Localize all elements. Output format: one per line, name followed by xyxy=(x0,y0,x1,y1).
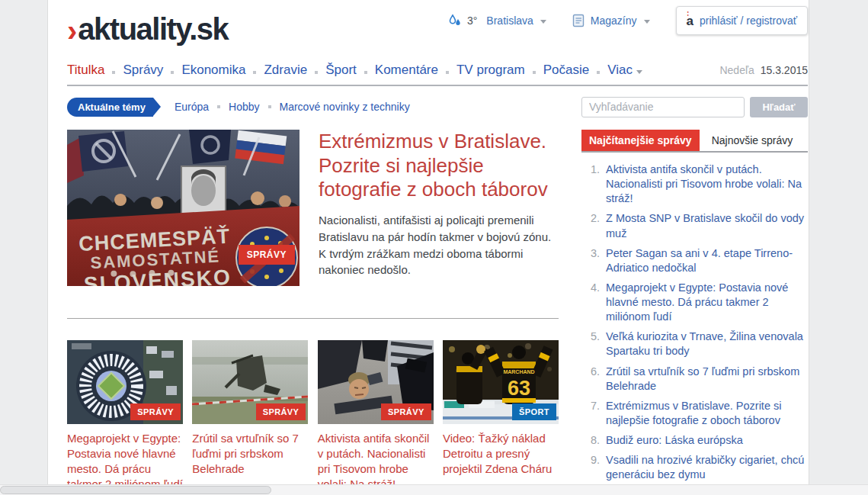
current-topics-badge[interactable]: Aktuálne témy xyxy=(67,98,153,117)
magazines-menu[interactable]: Magazíny xyxy=(572,14,650,27)
list-item: 2. Z Mosta SNP v Bratislave skočil do vo… xyxy=(581,211,808,240)
weather-temperature: 3° xyxy=(467,14,477,27)
card-title[interactable]: Video: Ťažký náklad Detroitu a presný pr… xyxy=(443,431,559,477)
jersey-number-text: 63 xyxy=(508,377,530,400)
list-item-rank: 6. xyxy=(581,365,600,394)
nav-separator xyxy=(364,71,367,74)
card-title[interactable]: Zrútil sa vrtuľník so 7 ľuďmi pri srbsko… xyxy=(192,431,308,477)
left-column: CHCEMESPÄŤ SAMOSTATNÉ SLOVENSKO xyxy=(67,130,559,495)
list-item-link[interactable]: Extrémizmus v Bratislave. Pozrite si naj… xyxy=(606,399,808,428)
nav-item-sport[interactable]: Šport xyxy=(325,63,357,78)
jersey-name-text: MARCHAND xyxy=(503,369,534,374)
page-container: ›aktuality.sk 3° Bratislava xyxy=(47,0,809,495)
card-photo-hockey[interactable]: MARCHAND 63 ŠPORT xyxy=(443,340,559,424)
article-card: SPRÁVY Aktivista antifa skončil v putách… xyxy=(318,340,434,492)
nav-item-spravy[interactable]: Správy xyxy=(123,63,163,78)
horizontal-scrollbar-thumb[interactable] xyxy=(0,486,271,494)
magazines-label: Magazíny xyxy=(591,14,637,27)
topic-link-europa[interactable]: Európa xyxy=(175,101,209,113)
document-icon xyxy=(572,14,585,27)
date-day-name: Nedeľa xyxy=(719,64,754,76)
nav-separator xyxy=(253,71,256,74)
card-title[interactable]: Megaprojekt v Egypte: Postavia nové hlav… xyxy=(67,431,183,492)
site-header: ›aktuality.sk 3° Bratislava xyxy=(67,0,808,52)
nav-item-viac[interactable]: Viac xyxy=(607,63,633,78)
search-group: Hľadať xyxy=(581,97,808,117)
list-item: 9. Vsadili na hrozivé krabičky cigariet,… xyxy=(581,453,808,482)
sidebar: Najčítanejšie správy Najnovšie správy 1.… xyxy=(581,130,808,495)
search-input[interactable] xyxy=(581,97,745,117)
list-item-link[interactable]: Aktivista antifa skončil v putách. Nacio… xyxy=(606,162,808,206)
main-content: CHCEMESPÄŤ SAMOSTATNÉ SLOVENSKO xyxy=(67,130,808,495)
featured-article-lead: Nacionalisti, antifašisti aj policajti p… xyxy=(319,212,559,278)
topic-separator xyxy=(268,105,271,108)
nav-separator xyxy=(533,71,536,74)
horizontal-scrollbar-track[interactable] xyxy=(0,484,868,495)
list-item-link[interactable]: Budiž euro: Láska európska xyxy=(606,433,743,448)
aktuality-a-icon: a xyxy=(687,14,693,27)
current-date: Nedeľa 15.3.2015 xyxy=(719,64,808,76)
chevron-down-icon xyxy=(540,20,546,24)
header-utilities: 3° Bratislava Magazíny a pri xyxy=(447,6,808,35)
category-tag[interactable]: SPRÁVY xyxy=(239,245,295,265)
list-item: 5. Veľká kuriozita v Trnave, Žilina veno… xyxy=(581,329,808,358)
featured-article: CHCEMESPÄŤ SAMOSTATNÉ SLOVENSKO xyxy=(67,130,559,286)
category-tag[interactable]: SPRÁVY xyxy=(130,403,181,420)
most-read-list: 1. Aktivista antifa skončil v putách. Na… xyxy=(581,162,808,495)
list-item-rank: 4. xyxy=(581,281,600,324)
topic-separator xyxy=(217,105,220,108)
topic-link-hobby[interactable]: Hobby xyxy=(229,101,259,113)
article-card: MARCHAND 63 ŠPORT Video: Ťažký náklad De… xyxy=(443,340,559,492)
list-item-rank: 1. xyxy=(581,162,600,206)
login-button[interactable]: a prihlásiť / registrovať xyxy=(676,6,808,35)
featured-article-photo[interactable]: CHCEMESPÄŤ SAMOSTATNÉ SLOVENSKO xyxy=(67,130,299,286)
tab-newest[interactable]: Najnovšie správy xyxy=(700,130,793,151)
list-item-rank: 9. xyxy=(581,453,600,482)
list-item-rank: 7. xyxy=(581,399,600,428)
section-divider xyxy=(67,318,559,319)
tab-most-read[interactable]: Najčítanejšie správy xyxy=(581,130,700,151)
list-item-rank: 3. xyxy=(581,246,600,275)
nav-item-komentare[interactable]: Komentáre xyxy=(375,63,438,78)
category-tag[interactable]: ŠPORT xyxy=(512,403,556,420)
nav-item-ekonomika[interactable]: Ekonomika xyxy=(181,63,245,78)
chevron-down-icon xyxy=(644,20,650,24)
topics-toolbar: Aktuálne témy Európa Hobby Marcové novin… xyxy=(67,96,808,117)
nav-separator xyxy=(171,71,174,74)
nav-separator xyxy=(446,71,449,74)
article-cards-row: SPRÁVY Megaprojekt v Egypte: Postavia no… xyxy=(67,340,559,492)
card-photo-stadium[interactable]: SPRÁVY xyxy=(67,340,183,424)
list-item-link[interactable]: Veľká kuriozita v Trnave, Žilina venoval… xyxy=(606,329,808,358)
nav-item-tv-program[interactable]: TV program xyxy=(456,63,525,78)
list-item-link[interactable]: Z Mosta SNP v Bratislave skočil do vody … xyxy=(606,211,808,240)
nav-separator xyxy=(112,71,115,74)
list-item-link[interactable]: Megaprojekt v Egypte: Postavia nové hlav… xyxy=(606,281,808,324)
featured-article-title[interactable]: Extrémizmus v Bratislave. Pozrite si naj… xyxy=(319,130,559,202)
list-item-link[interactable]: Peter Sagan sa ani v 4. etape Tirreno-Ad… xyxy=(606,246,808,275)
weather-drops-icon xyxy=(447,13,463,28)
topic-link-novinky[interactable]: Marcové novinky z techniky xyxy=(280,101,410,113)
nav-item-titulka[interactable]: Titulka xyxy=(67,63,104,78)
category-tag[interactable]: SPRÁVY xyxy=(381,403,431,420)
card-title[interactable]: Aktivista antifa skončil v putách. Nacio… xyxy=(318,431,434,492)
featured-article-text: Extrémizmus v Bratislave. Pozrite si naj… xyxy=(319,130,559,286)
list-item-rank: 2. xyxy=(581,211,600,240)
category-tag[interactable]: SPRÁVY xyxy=(256,403,306,420)
nav-separator xyxy=(315,71,318,74)
card-photo-arrest[interactable]: SPRÁVY xyxy=(318,340,434,424)
list-item-link[interactable]: Vsadili na hrozivé krabičky cigariet, ch… xyxy=(606,453,808,482)
nav-item-pocasie[interactable]: Počasie xyxy=(543,63,589,78)
list-item-link[interactable]: Zrútil sa vrtuľník so 7 ľuďmi pri srbsko… xyxy=(606,365,808,394)
list-item: 8. Budiž euro: Láska európska xyxy=(581,433,808,448)
search-button[interactable]: Hľadať xyxy=(750,97,808,117)
logo-text: aktuality.sk xyxy=(78,12,228,46)
list-item-rank: 5. xyxy=(581,329,600,358)
article-card: SPRÁVY Zrútil sa vrtuľník so 7 ľuďmi pri… xyxy=(192,340,308,492)
chevron-down-icon xyxy=(636,70,642,74)
nav-separator xyxy=(597,71,600,74)
card-photo-helicopter-crash[interactable]: SPRÁVY xyxy=(192,340,308,424)
weather-widget[interactable]: 3° Bratislava xyxy=(447,13,546,28)
nav-item-zdravie[interactable]: Zdravie xyxy=(264,63,307,78)
date-value: 15.3.2015 xyxy=(761,64,808,76)
site-logo[interactable]: ›aktuality.sk xyxy=(67,12,228,48)
